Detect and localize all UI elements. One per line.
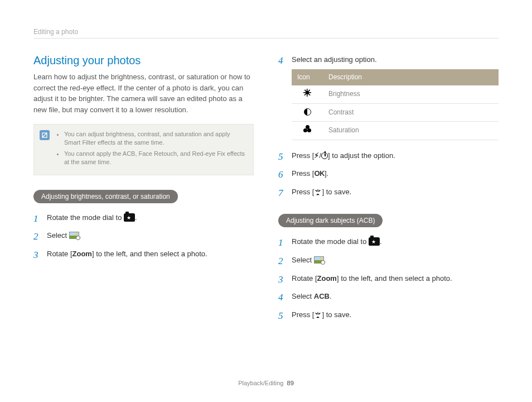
saturation-icon	[303, 125, 311, 132]
step: Rotate [Zoom] to the left, and then sele…	[33, 248, 254, 260]
step-text: .	[380, 237, 382, 246]
step: Press [OK].	[278, 168, 499, 180]
contrast-icon	[304, 108, 311, 116]
options-table: Icon Description Brightness Contrast Sat…	[292, 69, 499, 140]
step-text: Rotate the mode dial to	[47, 213, 124, 222]
table-cell: Contrast	[323, 104, 499, 122]
step-text: ] to the left, and then select a photo.	[92, 250, 207, 258]
ok-icon: OK	[314, 169, 325, 178]
step-text: Select	[292, 256, 314, 264]
step-text: ] to save.	[322, 310, 351, 319]
step: Select ACB.	[278, 291, 499, 303]
subsection-pill: Adjusting dark subjects (ACB)	[278, 214, 383, 227]
step-text: .	[135, 213, 137, 222]
table-cell: Brightness	[323, 85, 499, 104]
timer-icon	[321, 152, 328, 159]
step: Press [⚡︎/] to adjust the option.	[278, 150, 499, 162]
note-box: You can adjust brightness, contrast, and…	[33, 124, 254, 175]
step: Press [] to save.	[278, 309, 499, 321]
note-item: You cannot apply the ACB, Face Retouch, …	[64, 150, 248, 167]
step-text: Select an adjusting option.	[292, 55, 377, 64]
step: Select .	[278, 255, 499, 266]
steps-list-1: Rotate the mode dial to . Select . Rotat…	[33, 212, 254, 260]
steps-list-2: Rotate the mode dial to . Select . Rotat…	[278, 236, 499, 321]
step-text: .	[330, 292, 332, 300]
right-column: Select an adjusting option. Icon Descrip…	[278, 54, 499, 328]
macro-icon	[314, 311, 322, 318]
left-column: Adjusting your photos Learn how to adjus…	[33, 54, 254, 328]
table-row: Contrast	[292, 104, 499, 122]
step: Press [] to save.	[278, 186, 499, 198]
footer-page-number: 89	[287, 380, 294, 386]
section-intro: Learn how to adjust the brightness, cont…	[33, 71, 254, 115]
table-row: Brightness	[292, 85, 499, 104]
step-text: ] to save.	[322, 188, 351, 196]
step-text: Rotate [	[47, 250, 72, 258]
step-text: Press [	[292, 169, 314, 178]
step-text: Press [	[292, 188, 314, 196]
acb-label: ACB	[314, 292, 330, 300]
table-cell: Saturation	[323, 122, 499, 140]
table-header-icon: Icon	[292, 69, 323, 85]
table-header-desc: Description	[323, 69, 499, 85]
note-icon	[40, 130, 50, 140]
section-title: Adjusting your photos	[33, 54, 254, 67]
mode-dial-icon	[369, 237, 380, 246]
step-text: ].	[325, 169, 328, 178]
table-row: Saturation	[292, 122, 499, 140]
mode-dial-icon	[124, 213, 135, 222]
step-text: ] to the left, and then select a photo.	[337, 274, 452, 283]
step-text: ] to adjust the option.	[328, 151, 395, 160]
steps-list-1b: Select an adjusting option. Icon Descrip…	[278, 54, 499, 198]
breadcrumb: Editing a photo	[33, 28, 499, 39]
macro-icon	[314, 188, 322, 195]
step-text: Rotate [	[292, 274, 317, 283]
step: Rotate [Zoom] to the left, and then sele…	[278, 273, 499, 285]
subsection-pill: Adjusting brightness, contrast, or satur…	[33, 190, 178, 203]
step-text: Press [	[292, 151, 314, 160]
note-item: You can adjust brightness, contrast, and…	[64, 130, 248, 147]
zoom-label: Zoom	[72, 250, 92, 258]
step-text: Press [	[292, 310, 314, 319]
step-text: Select	[292, 292, 314, 300]
page-footer: Playback/Editing 89	[0, 380, 532, 386]
brightness-icon	[303, 89, 311, 97]
step-text: Select	[47, 231, 69, 240]
picture-icon	[314, 256, 324, 264]
step: Rotate the mode dial to .	[278, 236, 499, 248]
step-text: Rotate the mode dial to	[292, 237, 369, 246]
footer-section: Playback/Editing	[238, 380, 283, 386]
step: Select an adjusting option. Icon Descrip…	[278, 54, 499, 140]
step: Select .	[33, 230, 254, 242]
step: Rotate the mode dial to .	[33, 212, 254, 224]
picture-icon	[69, 232, 79, 239]
zoom-label: Zoom	[317, 274, 337, 283]
